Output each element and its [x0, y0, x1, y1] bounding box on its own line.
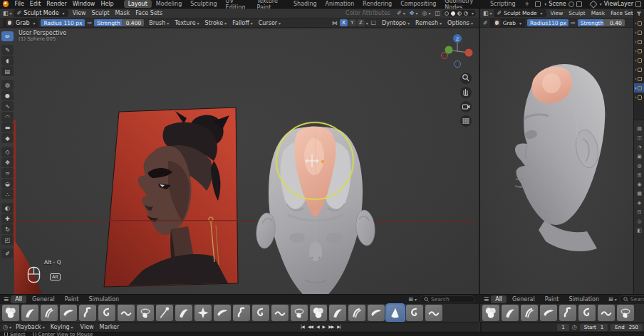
shelf-tab-paint[interactable]: Paint: [61, 295, 83, 303]
next-keyframe-button[interactable]: ▶▶: [327, 324, 335, 329]
expand-chevron-icon[interactable]: ›: [635, 95, 637, 100]
checkbox-icon[interactable]: ☐: [371, 20, 376, 26]
workspace-tab-sculpting[interactable]: Sculpting: [186, 0, 221, 8]
outliner-row[interactable]: ›: [634, 19, 644, 28]
axis-z-neg-ball[interactable]: [455, 61, 461, 68]
viewport-left[interactable]: User Perspective (1) Sphere.005 Z: [0, 28, 479, 294]
brush-selector[interactable]: Grab ▾: [490, 19, 525, 27]
menu-help[interactable]: Help: [98, 1, 116, 7]
workspace-tab-compositing[interactable]: Compositing: [396, 0, 440, 8]
display-mode-icon[interactable]: ⊞▾: [608, 296, 617, 303]
editor-type-icon[interactable]: ◧▾: [483, 10, 492, 16]
brush-thumbnail[interactable]: [617, 305, 634, 321]
outliner-row[interactable]: ›: [634, 74, 644, 83]
search-input[interactable]: [431, 296, 471, 303]
shelf-search[interactable]: [619, 295, 644, 303]
properties-tab-5[interactable]: ⊞: [638, 172, 642, 178]
properties-tab-9[interactable]: ⊟: [638, 209, 642, 215]
outliner-row[interactable]: ›: [634, 93, 644, 102]
shading-rendered-button[interactable]: [464, 11, 468, 16]
outliner-row[interactable]: ›: [634, 83, 644, 93]
menu-marker[interactable]: Marker: [97, 324, 123, 330]
tool-smooth[interactable]: ◠: [1, 112, 14, 122]
brush-thumbnail[interactable]: [329, 305, 346, 321]
properties-tab-2[interactable]: ◔: [637, 145, 641, 150]
tool-flatten[interactable]: ▬: [1, 122, 14, 132]
annotate-icon[interactable]: ✐▾: [397, 10, 405, 16]
tool-inflate[interactable]: ◍: [1, 80, 14, 90]
search-input[interactable]: [630, 296, 644, 303]
brush-thumbnail[interactable]: [482, 305, 499, 321]
viewlayer-selector[interactable]: ViewLayer: [604, 1, 633, 7]
symmetry-y-toggle[interactable]: Y: [348, 19, 356, 26]
outliner-row[interactable]: ›: [634, 28, 644, 37]
blender-logo-icon[interactable]: [3, 1, 9, 7]
brush-thumbnail[interactable]: [559, 305, 576, 321]
brush-thumbnail[interactable]: [310, 305, 327, 321]
properties-tab-10[interactable]: ◎: [637, 219, 641, 224]
brush-thumbnail[interactable]: [387, 305, 404, 321]
properties-tab-8[interactable]: ◈: [638, 200, 641, 206]
tool-draw-sharp[interactable]: ✎: [1, 45, 14, 55]
mode-selector[interactable]: ✐ Sculpt Mode ▾: [14, 9, 68, 17]
brush-thumbnail[interactable]: [368, 305, 385, 321]
play-reverse-button[interactable]: ◀: [315, 324, 321, 329]
viewport-right[interactable]: [480, 28, 633, 294]
properties-tab-1[interactable]: ◫: [637, 135, 642, 141]
menu-window[interactable]: Window: [70, 1, 98, 7]
outliner-row[interactable]: ›: [634, 65, 644, 74]
filter-icon[interactable]: [636, 11, 642, 16]
play-button[interactable]: ▶: [321, 324, 327, 329]
menu-texture[interactable]: Texture▾: [172, 20, 202, 26]
symmetry-x-toggle[interactable]: X: [340, 19, 348, 26]
outliner-row[interactable]: ›: [634, 56, 644, 65]
strength-slider[interactable]: Strength 0.400: [94, 19, 144, 26]
properties-tab-6[interactable]: ◉: [637, 182, 641, 187]
sculpt-head[interactable]: [254, 126, 376, 294]
tool-clay[interactable]: ◖: [1, 56, 14, 65]
new-scene-icon[interactable]: [576, 1, 582, 7]
hamburger-icon[interactable]: ☰: [484, 296, 489, 303]
brush-thumbnail[interactable]: [271, 305, 289, 321]
menu-brush[interactable]: Brush▾: [146, 20, 172, 26]
hamburger-icon[interactable]: ☰: [4, 296, 9, 303]
menu-view[interactable]: View: [70, 10, 89, 16]
shelf-tab-all[interactable]: All: [491, 295, 507, 303]
brush-thumbnail[interactable]: [118, 305, 135, 321]
expand-chevron-icon[interactable]: ›: [635, 39, 637, 45]
expand-chevron-icon[interactable]: ›: [635, 58, 637, 63]
shelf-tab-simulation[interactable]: Simulation: [84, 295, 123, 303]
tool-thumb[interactable]: ◒: [1, 179, 14, 189]
menu-view[interactable]: View: [548, 10, 566, 16]
brush-thumbnail[interactable]: [41, 305, 58, 321]
tool-clay-strips[interactable]: ▤: [1, 66, 14, 76]
brush-thumbnail[interactable]: [233, 305, 250, 321]
display-mode-icon[interactable]: ⊞▾: [408, 296, 417, 303]
expand-chevron-icon[interactable]: ›: [635, 30, 637, 36]
properties-tab-7[interactable]: ▦: [637, 191, 642, 196]
menu-playback[interactable]: Playback▾: [13, 324, 48, 330]
overlays-toggle-icon[interactable]: ◎▾: [422, 10, 430, 16]
tool-crease[interactable]: ∿: [1, 101, 14, 111]
pressure-toggle-icon[interactable]: ✑: [87, 20, 92, 26]
shading-material-button[interactable]: [457, 11, 462, 16]
tool-pinch[interactable]: ◇: [1, 147, 14, 157]
brush-thumbnail[interactable]: [194, 305, 212, 321]
workspace-tab-modeling[interactable]: Modeling: [152, 0, 186, 8]
brush-thumbnail[interactable]: [79, 305, 96, 321]
brush-thumbnail[interactable]: [291, 305, 308, 321]
camera-view-button[interactable]: [460, 101, 472, 112]
tool-rotate[interactable]: ↻: [1, 224, 14, 234]
shelf-tab-simulation[interactable]: Simulation: [564, 295, 603, 303]
outliner-row[interactable]: ›: [634, 37, 644, 46]
axis-x-neg-ball[interactable]: [442, 53, 448, 59]
expand-chevron-icon[interactable]: ›: [635, 85, 637, 91]
tool-draw[interactable]: ✏: [1, 31, 14, 41]
brush-thumbnail[interactable]: [521, 305, 538, 321]
workspace-tab-animation[interactable]: Animation: [321, 0, 359, 8]
dyntopo-menu[interactable]: Dyntopo▾: [379, 20, 412, 26]
gizmo-toggle-icon[interactable]: ✥▾: [410, 10, 418, 16]
properties-tab-0[interactable]: ▤: [637, 126, 642, 132]
brush-thumbnail[interactable]: [540, 305, 557, 321]
brush-thumbnail[interactable]: [21, 305, 38, 321]
